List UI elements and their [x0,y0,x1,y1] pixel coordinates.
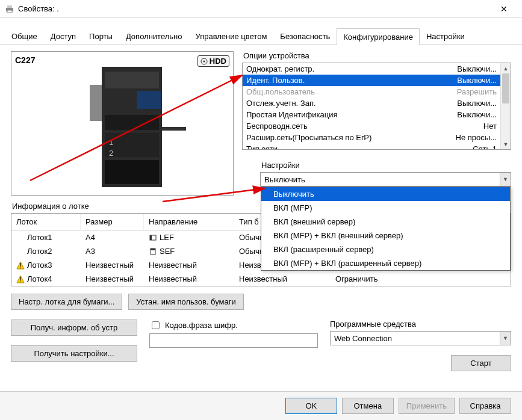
svg-rect-6 [105,72,159,88]
device-option-row[interactable]: Отслеж.учетн. Зап.Выключи... [243,97,500,109]
printer-image: 1 2 [90,67,186,187]
device-option-row[interactable]: Идент. Пользов.Выключи... [243,75,500,86]
tab-configuration[interactable]: Конфигурирование [337,28,420,45]
svg-rect-7 [137,91,161,109]
settings-combo-label: Настройки [261,161,511,170]
scroll-up-icon[interactable]: ▲ [501,63,511,73]
dropdown-item[interactable]: ВКЛ (расширенный сервер) [261,242,510,256]
tab-sharing[interactable]: Доступ [44,28,82,45]
encrypt-passphrase-checkbox[interactable] [152,321,160,329]
dropdown-item[interactable]: Выключить [261,187,510,201]
dialog-buttons: OK Отмена Применить Справка [0,391,522,420]
get-device-info-button[interactable]: Получ. информ. об устр [11,320,137,336]
device-options-list[interactable]: Однократ. регистр.Выключи... Идент. Поль… [242,63,511,150]
software-tools-combo[interactable]: Web Connection ▼ [330,331,511,345]
col-direction[interactable]: Направление [144,214,234,230]
tab-settings[interactable]: Настройки [420,28,471,45]
dropdown-item[interactable]: ВКЛ (внешний сервер) [261,215,510,229]
svg-rect-18 [151,249,155,250]
device-option-row[interactable]: Тип сетиСеть 1 [243,143,500,149]
scrollbar[interactable]: ▲ ▼ [500,63,511,149]
help-button[interactable]: Справка [459,398,511,414]
svg-text:!: ! [19,261,22,270]
device-options-label: Опции устройства [243,51,511,60]
device-option-row[interactable]: Расшир.сеть(Просыпаться по ErP)Не просы.… [243,132,500,143]
apply-button[interactable]: Применить [399,398,455,414]
svg-text:1: 1 [109,138,113,147]
svg-rect-13 [162,127,186,131]
dropdown-item[interactable]: ВКЛ (MFP) + ВКЛ (расширенный сервер) [261,256,510,270]
tab-colormgmt[interactable]: Управление цветом [188,28,273,45]
sef-icon [149,247,157,256]
warning-icon: ! [16,275,25,283]
printer-preview: C227 HDD 1 2 [11,51,234,196]
col-tray[interactable]: Лоток [11,214,81,230]
device-option-row[interactable]: Простая ИдентификацияВыключи... [243,109,500,120]
close-button[interactable]: ✕ [491,0,517,18]
tab-ports[interactable]: Порты [82,28,119,45]
dropdown-item[interactable]: ВКЛ (MFP) [261,201,510,215]
settings-dropdown[interactable]: Выключить ВКЛ (MFP) ВКЛ (внешний сервер)… [261,187,511,271]
scroll-down-icon[interactable]: ▼ [501,139,511,149]
window-title: Свойства: . [18,4,491,13]
start-button[interactable]: Старт [451,355,511,371]
tab-advanced[interactable]: Дополнительно [119,28,189,45]
tab-security[interactable]: Безопасность [273,28,337,45]
device-option-row[interactable]: Общ.пользовательРазрешить [243,86,500,97]
svg-point-4 [203,60,205,62]
svg-text:!: ! [19,275,22,283]
printer-icon [5,4,14,14]
svg-rect-1 [7,5,12,8]
svg-text:2: 2 [109,149,113,158]
cancel-button[interactable]: Отмена [342,398,394,414]
device-option-row[interactable]: Однократ. регистр.Выключи... [243,63,500,75]
hdd-badge: HDD [197,55,229,67]
set-user-paper-button[interactable]: Устан. имя пользов. бумаги [128,294,243,310]
printer-model: C227 [15,55,35,65]
warning-icon: ! [16,261,25,270]
tray-row[interactable]: !Лоток4 Неизвестный Неизвестный Неизвест… [11,272,511,286]
encrypt-passphrase-field[interactable] [149,333,318,348]
ok-button[interactable]: OK [285,398,337,414]
lef-icon [149,233,157,242]
svg-rect-14 [90,85,102,121]
dropdown-item[interactable]: ВКЛ (MFP) + ВКЛ (внешний сервер) [261,229,510,242]
settings-combo[interactable]: Выключить ▼ Выключить ВКЛ (MFP) ВКЛ (вне… [260,172,511,187]
encrypt-passphrase-label: Кодов.фраза шифр. [165,321,238,330]
device-option-row[interactable]: Беспроводн.сетьНет [243,120,500,132]
svg-rect-12 [105,160,159,184]
tab-general[interactable]: Общие [5,28,44,45]
col-size[interactable]: Размер [81,214,144,230]
get-settings-button[interactable]: Получить настройки... [11,345,137,362]
tray-settings-button[interactable]: Настр. лотка для бумаги... [11,294,122,310]
svg-rect-2 [7,10,12,13]
svg-rect-8 [105,115,159,130]
software-tools-label: Программные средства [330,320,511,329]
tab-bar: Общие Доступ Порты Дополнительно Управле… [0,25,522,45]
settings-combo-value: Выключить [264,175,305,184]
chevron-down-icon: ▼ [500,332,511,345]
svg-rect-16 [150,235,152,240]
scroll-thumb[interactable] [502,73,509,103]
chevron-down-icon: ▼ [500,173,511,186]
